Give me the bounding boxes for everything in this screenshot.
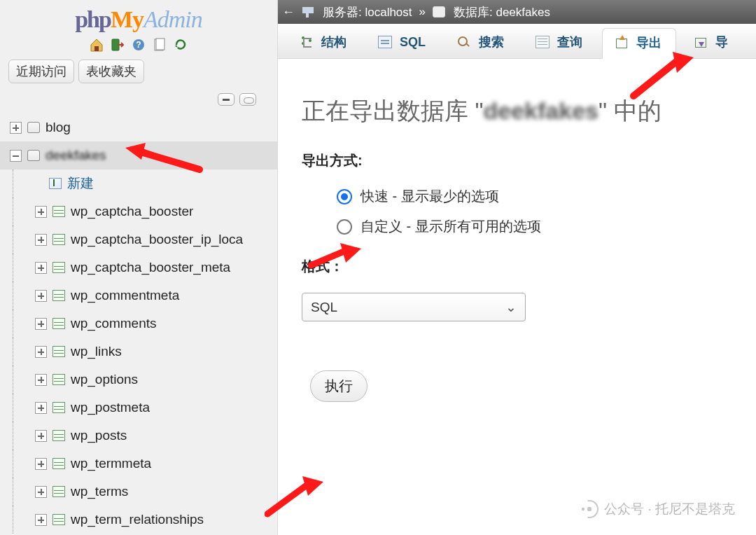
table-label: wp_terms [71,484,277,499]
export-method-group: 快速 - 显示最少的选项 自定义 - 显示所有可用的选项 [337,187,735,236]
collapse-icon[interactable] [10,150,22,162]
wechat-icon [580,500,598,518]
table-row[interactable]: wp_comments [0,310,277,338]
tab-label: 结构 [321,34,346,50]
new-table-row[interactable]: 新建 [0,169,277,197]
table-icon [51,429,66,443]
table-row[interactable]: wp_term_relationships [0,506,277,534]
table-label: wp_termmeta [71,456,277,471]
radio-icon[interactable] [337,189,352,204]
format-select[interactable]: SQL ⌄ [302,293,526,321]
expand-icon[interactable] [35,262,47,274]
tab-import[interactable]: 导 [682,27,742,58]
search-icon [456,35,472,49]
export-panel: 正在导出数据库 "deekfakes" 中的 导出方式: 快速 - 显示最少的选… [278,59,756,423]
table-icon [51,289,66,303]
logout-icon[interactable] [110,37,125,53]
database-icon [26,148,41,162]
help-icon[interactable]: ? [131,37,146,53]
table-row[interactable]: wp_links [0,338,277,366]
table-icon [51,232,66,246]
favorites-tab[interactable]: 表收藏夹 [78,60,144,83]
radio-label: 自定义 - 显示所有可用的选项 [360,217,541,236]
server-icon [302,6,314,18]
new-label: 新建 [67,174,277,193]
table-icon [51,513,66,527]
query-icon [535,35,550,49]
expand-icon[interactable] [35,290,47,302]
table-row[interactable]: wp_commentmeta [0,282,277,310]
radio-quick-row[interactable]: 快速 - 显示最少的选项 [337,187,735,206]
link-button[interactable] [239,93,256,106]
logo[interactable]: phpMyAdmin [0,0,277,36]
bc-server[interactable]: 服务器: localhost [323,4,412,20]
table-icon [51,401,66,415]
table-label: wp_links [71,344,277,359]
left-sidebar: phpMyAdmin ? 近期访问 表收藏夹 blog deekfakes [0,0,278,535]
select-value: SQL [311,300,337,315]
database-icon [26,120,41,134]
table-row[interactable]: wp_options [0,366,277,394]
expand-icon[interactable] [35,402,47,414]
table-row[interactable]: wp_posts [0,422,277,450]
tab-search[interactable]: 搜索 [445,27,518,58]
chevron-down-icon: ⌄ [505,299,517,315]
new-table-icon [48,176,63,190]
tab-label: 导出 [636,34,662,51]
logo-text: phpMyAdmin [75,6,202,33]
watermark-text: 公众号 · 托尼不是塔克 [604,500,735,518]
expand-icon[interactable] [35,346,47,358]
back-arrow-icon[interactable]: ← [282,5,295,20]
expand-icon[interactable] [10,122,22,134]
expand-icon[interactable] [35,318,47,330]
expand-icon[interactable] [35,514,47,526]
table-icon [51,317,66,331]
expand-icon[interactable] [35,458,47,470]
table-icon [51,260,66,275]
format-label: 格式： [302,257,735,276]
db-tabs: 结构 SQL 搜索 查询 导出 导 [278,24,756,59]
tab-export[interactable]: 导出 [602,28,676,59]
expand-icon[interactable] [35,234,47,246]
table-row[interactable]: wp_captcha_booster [0,197,277,225]
home-icon[interactable] [89,37,104,53]
expand-icon[interactable] [35,374,47,386]
radio-custom-row[interactable]: 自定义 - 显示所有可用的选项 [337,217,735,236]
svg-text:?: ? [136,40,141,50]
table-row[interactable]: wp_termmeta [0,450,277,478]
database-icon [433,6,445,18]
db-row-selected[interactable]: deekfakes [0,141,277,169]
table-row[interactable]: wp_postmeta [0,394,277,422]
go-button[interactable]: 执行 [310,370,368,402]
table-icon [51,204,66,218]
docs-icon[interactable] [152,37,167,53]
table-label: wp_captcha_booster_ip_loca [71,232,277,247]
tab-label: SQL [400,35,426,50]
tab-query[interactable]: 查询 [524,27,596,58]
db-label: deekfakes [46,148,277,163]
recent-tab[interactable]: 近期访问 [8,60,74,83]
database-tree: blog deekfakes 新建 wp_captcha_boosterwp_c… [0,113,277,534]
table-row[interactable]: wp_captcha_booster_meta [0,253,277,282]
tab-label: 查询 [557,34,582,50]
db-row-blog[interactable]: blog [0,113,277,141]
table-row[interactable]: wp_captcha_booster_ip_loca [0,225,277,253]
expand-icon[interactable] [35,430,47,442]
bc-sep: » [419,5,426,19]
expand-icon[interactable] [35,206,47,218]
bc-database[interactable]: 数据库: deekfakes [454,4,550,20]
radio-icon[interactable] [337,219,352,235]
tab-structure[interactable]: 结构 [288,27,360,58]
table-label: wp_term_relationships [71,512,277,527]
table-label: wp_options [71,372,277,387]
tab-sql[interactable]: SQL [366,27,440,58]
table-icon [51,345,66,359]
table-row[interactable]: wp_terms [0,478,277,506]
page-title: 正在导出数据库 "deekfakes" 中的 [302,95,735,127]
db-label: blog [46,120,277,135]
table-icon [51,373,66,387]
reload-icon[interactable] [173,37,188,53]
collapse-tree-button[interactable] [218,93,234,106]
tab-label: 导 [715,34,728,50]
expand-icon[interactable] [35,486,47,498]
